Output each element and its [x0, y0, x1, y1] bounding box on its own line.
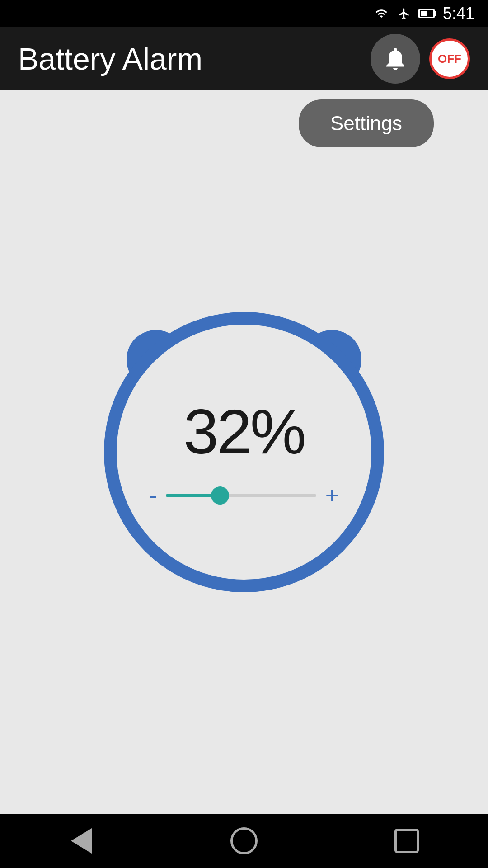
- slider-container: - +: [149, 482, 339, 509]
- main-content: 32% - +: [0, 90, 488, 814]
- slider-fill: [166, 494, 214, 497]
- clock-face: 32% - +: [104, 312, 384, 592]
- slider-increase-button[interactable]: +: [325, 482, 339, 509]
- battery-percentage: 32%: [183, 395, 305, 468]
- settings-tooltip[interactable]: Settings: [299, 99, 434, 147]
- recents-button[interactable]: [389, 823, 425, 859]
- recents-icon: [394, 829, 419, 853]
- back-icon: [71, 828, 92, 854]
- app-bar: Battery Alarm OFF: [0, 27, 488, 90]
- app-bar-actions: OFF: [371, 34, 470, 84]
- battery-slider[interactable]: [166, 494, 316, 497]
- off-label: OFF: [438, 52, 461, 66]
- battery-status-icon: [418, 9, 435, 18]
- status-icons: 5:41: [373, 4, 474, 23]
- home-button[interactable]: [226, 823, 262, 859]
- slider-decrease-button[interactable]: -: [149, 482, 157, 509]
- off-toggle[interactable]: OFF: [429, 38, 470, 79]
- home-icon: [230, 827, 258, 854]
- bottom-nav: [0, 814, 488, 868]
- back-button[interactable]: [63, 823, 99, 859]
- bell-button[interactable]: [371, 34, 420, 84]
- settings-label: Settings: [330, 112, 402, 134]
- clock-container: 32% - +: [90, 298, 398, 606]
- airplane-icon: [398, 7, 410, 20]
- status-time: 5:41: [443, 4, 474, 23]
- wifi-icon: [373, 7, 389, 20]
- slider-thumb[interactable]: [211, 486, 229, 505]
- app-title: Battery Alarm: [18, 41, 202, 76]
- bell-icon: [382, 45, 409, 72]
- status-bar: 5:41: [0, 0, 488, 27]
